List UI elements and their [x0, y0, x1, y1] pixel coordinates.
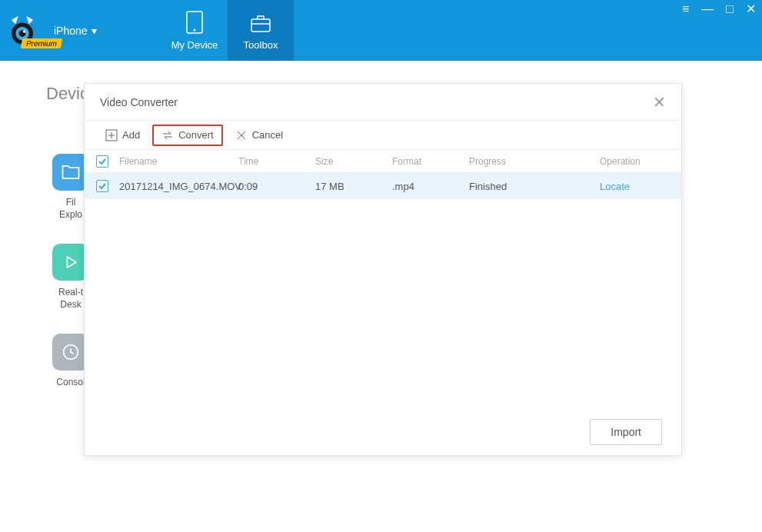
modal-header: Video Converter ✕ — [85, 84, 681, 121]
cancel-button[interactable]: Cancel — [226, 125, 292, 146]
convert-label: Convert — [178, 129, 214, 141]
col-size-header[interactable]: Size — [315, 156, 392, 167]
shortcut-label: Real-t Desk — [58, 287, 83, 311]
col-operation-header: Operation — [600, 156, 669, 167]
menu-icon[interactable]: ≡ — [682, 3, 689, 15]
check-icon — [98, 157, 107, 166]
col-progress-header[interactable]: Progress — [469, 156, 600, 167]
locate-link[interactable]: Locate — [600, 181, 630, 192]
modal-footer: Import — [85, 409, 681, 455]
cell-size: 17 MB — [315, 181, 392, 192]
toolbox-icon — [248, 10, 273, 35]
shortcut-label: Fil Explo — [59, 197, 82, 221]
table-row[interactable]: 20171214_IMG_0674.MOV 0:09 17 MB .mp4 Fi… — [85, 173, 681, 199]
row-checkbox[interactable] — [96, 180, 108, 192]
cell-operation: Locate — [600, 181, 669, 192]
tab-label: Toolbox — [244, 39, 278, 51]
col-format-header[interactable]: Format — [392, 156, 469, 167]
app-header: Premium iPhone ▾ My Device Toolbox ≡ — □… — [0, 0, 762, 61]
cell-filename: 20171214_IMG_0674.MOV — [119, 181, 238, 192]
col-filename-header[interactable]: Filename — [119, 156, 238, 167]
modal-title: Video Converter — [100, 96, 178, 108]
plus-icon — [105, 129, 118, 141]
dropdown-triangle-icon: ▾ — [92, 25, 97, 37]
check-icon — [98, 181, 107, 191]
select-all-checkbox[interactable] — [96, 155, 108, 168]
cell-format: .mp4 — [392, 181, 469, 192]
tab-label: My Device — [171, 39, 218, 51]
tablet-icon — [182, 10, 207, 35]
maximize-icon[interactable]: □ — [726, 3, 734, 15]
add-label: Add — [122, 129, 140, 141]
cancel-label: Cancel — [252, 129, 283, 141]
modal-toolbar: Add Convert Cancel — [85, 121, 681, 150]
add-button[interactable]: Add — [96, 125, 149, 146]
convert-icon — [161, 129, 174, 141]
premium-badge: Premium — [21, 38, 62, 48]
logo-area: Premium iPhone ▾ — [0, 0, 161, 61]
minimize-icon[interactable]: — — [701, 3, 714, 15]
col-time-header[interactable]: Time — [238, 156, 315, 167]
convert-button[interactable]: Convert — [152, 125, 223, 146]
x-icon — [235, 129, 248, 141]
video-converter-modal: Video Converter ✕ Add Convert Cancel Fil… — [84, 83, 682, 456]
cell-progress: Finished — [469, 181, 600, 192]
device-selector[interactable]: iPhone ▾ — [54, 25, 97, 37]
close-icon[interactable]: ✕ — [746, 3, 756, 15]
svg-rect-6 — [251, 19, 270, 32]
svg-point-3 — [23, 30, 26, 33]
window-controls: ≡ — □ ✕ — [682, 3, 756, 15]
device-name-label: iPhone — [54, 25, 88, 37]
tab-my-device[interactable]: My Device — [161, 0, 228, 61]
cell-time: 0:09 — [238, 181, 315, 192]
table-header: Filename Time Size Format Progress Opera… — [85, 150, 681, 173]
svg-point-5 — [194, 29, 196, 32]
modal-close-button[interactable]: ✕ — [653, 93, 666, 111]
select-all-cell — [96, 155, 119, 168]
row-check-cell — [96, 180, 119, 192]
shortcut-label: Consol — [56, 377, 85, 389]
file-table: Filename Time Size Format Progress Opera… — [85, 150, 681, 409]
svg-marker-8 — [67, 257, 76, 268]
tab-toolbox[interactable]: Toolbox — [228, 0, 294, 61]
import-button[interactable]: Import — [590, 419, 662, 445]
